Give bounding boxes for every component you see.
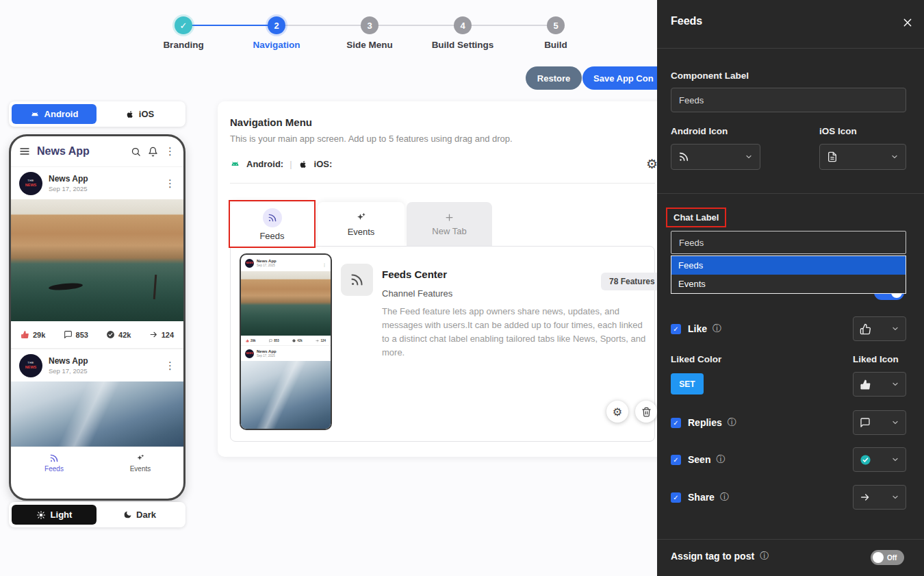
chevron-down-icon bbox=[891, 380, 899, 388]
like-icon-select[interactable] bbox=[853, 316, 906, 341]
info-icon[interactable] bbox=[728, 416, 736, 429]
info-icon[interactable] bbox=[716, 453, 725, 466]
restore-button[interactable]: Restore bbox=[526, 66, 582, 90]
assign-tag-label: Assign tag to post bbox=[671, 551, 754, 562]
sparkle-icon bbox=[136, 453, 145, 463]
hamburger-menu-icon[interactable] bbox=[19, 146, 30, 157]
share-icon-select[interactable] bbox=[853, 485, 906, 510]
navigation-settings-gear-icon[interactable] bbox=[646, 156, 658, 172]
phone-nav-feeds[interactable]: Feeds bbox=[11, 447, 97, 478]
share-checkbox[interactable] bbox=[671, 492, 681, 503]
step-side-menu[interactable]: 3 Side Menu bbox=[323, 5, 416, 50]
close-icon[interactable] bbox=[902, 17, 913, 28]
feature-delete-button[interactable] bbox=[635, 401, 657, 423]
light-theme-button[interactable]: Light bbox=[12, 505, 97, 525]
post-author: News App bbox=[257, 349, 326, 353]
phone-nav-events[interactable]: Events bbox=[97, 447, 183, 478]
chat-label-label-annotated: Chat Label bbox=[666, 208, 726, 227]
platform-labels-row: Android: | iOS: bbox=[230, 159, 332, 169]
check-circle-icon bbox=[860, 454, 871, 466]
post-date: Sep 17, 2025 bbox=[49, 185, 159, 192]
component-label-input[interactable]: Feeds bbox=[671, 88, 906, 112]
assign-tag-toggle[interactable]: Off bbox=[871, 550, 904, 565]
save-app-button[interactable]: Save App Con bbox=[582, 66, 669, 90]
post-date: Sep 17, 2025 bbox=[257, 264, 320, 267]
step-build-marker: 5 bbox=[547, 16, 565, 34]
avatar-text-bottom: NEWS bbox=[25, 183, 37, 188]
feeds-feature-rss-icon bbox=[341, 264, 373, 296]
apple-icon bbox=[125, 110, 135, 119]
android-toggle-button[interactable]: Android bbox=[12, 104, 97, 124]
page-title: Navigation Menu bbox=[230, 116, 312, 128]
set-color-button[interactable]: SET bbox=[671, 373, 704, 395]
tab-new-tab[interactable]: New Tab bbox=[407, 202, 492, 246]
comments-stat[interactable]: 853 bbox=[64, 330, 88, 339]
post-kebab-icon[interactable] bbox=[165, 177, 175, 190]
replies-icon-select[interactable] bbox=[853, 410, 906, 435]
post-kebab-icon[interactable] bbox=[165, 360, 175, 372]
dark-theme-button[interactable]: Dark bbox=[97, 510, 183, 520]
feature-subtitle: Channel Features bbox=[382, 288, 452, 299]
android-icon bbox=[30, 110, 40, 119]
replies-checkbox[interactable] bbox=[671, 418, 681, 428]
ios-label: iOS: bbox=[314, 159, 333, 169]
post-stats-row: 29k 853 42k 124 bbox=[11, 321, 183, 349]
step-branding-marker: ✓ bbox=[175, 16, 192, 34]
like-checkbox[interactable] bbox=[671, 324, 681, 334]
avatar: NEWS bbox=[245, 349, 254, 358]
chevron-down-icon bbox=[891, 418, 899, 427]
dropdown-option-events[interactable]: Events bbox=[671, 275, 906, 293]
share-icon bbox=[149, 330, 158, 339]
tab-feeds[interactable]: Feeds bbox=[230, 202, 314, 247]
sun-icon bbox=[36, 510, 46, 520]
info-icon[interactable] bbox=[713, 323, 721, 335]
divider bbox=[657, 193, 924, 194]
android-icon bbox=[230, 159, 240, 169]
seen-stat[interactable]: 42k bbox=[106, 330, 131, 339]
step-build-settings[interactable]: 4 Build Settings bbox=[416, 5, 509, 50]
seen-icon-select[interactable] bbox=[853, 447, 906, 472]
seen-checkbox[interactable] bbox=[671, 455, 681, 465]
info-icon[interactable] bbox=[720, 491, 729, 503]
info-icon[interactable] bbox=[760, 550, 769, 562]
ios-icon-select[interactable] bbox=[819, 144, 906, 170]
post-author: News App bbox=[49, 356, 159, 366]
avatar: THE NEWS bbox=[19, 172, 42, 195]
share-label: Share bbox=[688, 492, 715, 503]
step-side-menu-label: Side Menu bbox=[346, 40, 393, 50]
search-icon[interactable] bbox=[131, 147, 141, 157]
seen-label: Seen bbox=[688, 454, 710, 465]
ios-toggle-button[interactable]: iOS bbox=[97, 109, 183, 119]
chat-label-combobox[interactable]: Feeds bbox=[671, 231, 906, 254]
toggle-knob bbox=[873, 552, 884, 563]
step-navigation[interactable]: 2 Navigation bbox=[230, 5, 323, 50]
file-text-icon bbox=[827, 151, 838, 162]
tab-events[interactable]: Events bbox=[318, 202, 405, 246]
shares-stat[interactable]: 124 bbox=[149, 330, 174, 339]
step-build-settings-marker: 4 bbox=[454, 16, 472, 34]
ios-icon-label: iOS Icon bbox=[819, 126, 857, 136]
comment-icon bbox=[269, 339, 272, 342]
rss-icon bbox=[263, 208, 282, 227]
step-branding-label: Branding bbox=[163, 40, 203, 50]
trash-icon bbox=[641, 407, 652, 417]
mini-stats-row: 29k 853 42k 124 bbox=[241, 336, 331, 346]
panel-title: Feeds bbox=[671, 15, 702, 27]
likes-stat[interactable]: 29k bbox=[21, 330, 45, 339]
feature-phone-thumbnail: NEWS News App Sep 17, 2025 29k 853 42k 1… bbox=[240, 253, 332, 430]
liked-icon-select[interactable] bbox=[853, 372, 906, 397]
sparkle-icon bbox=[355, 212, 367, 223]
dropdown-option-feeds[interactable]: Feeds bbox=[671, 256, 906, 275]
like-label: Like bbox=[688, 323, 707, 334]
thumbs-up-filled-icon bbox=[860, 379, 871, 390]
feeds-settings-panel: Feeds Component Label Feeds Android Icon… bbox=[657, 0, 924, 576]
kebab-menu-icon[interactable] bbox=[165, 145, 175, 158]
bell-icon[interactable] bbox=[148, 147, 158, 157]
step-build[interactable]: 5 Build bbox=[509, 5, 602, 50]
feature-settings-gear-button[interactable] bbox=[606, 401, 628, 423]
like-icon bbox=[246, 339, 249, 342]
shares-count: 124 bbox=[162, 331, 174, 339]
step-branding[interactable]: ✓ Branding bbox=[137, 5, 230, 50]
tab-events-label: Events bbox=[348, 227, 375, 237]
android-icon-select[interactable] bbox=[671, 144, 760, 170]
